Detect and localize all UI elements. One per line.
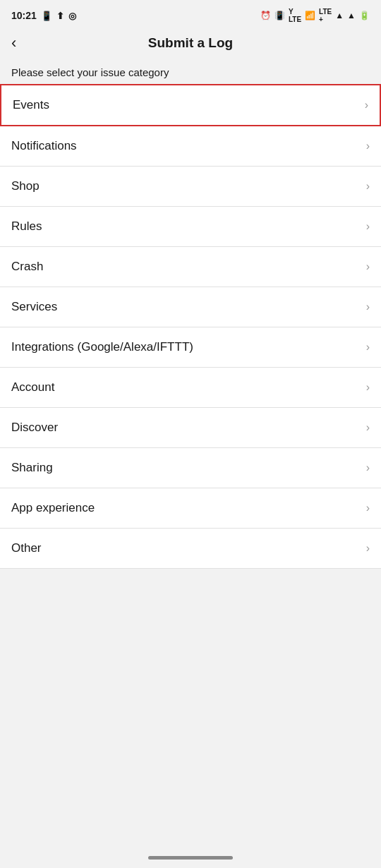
list-item-account[interactable]: Account› (0, 368, 381, 408)
categories-list: Events›Notifications›Shop›Rules›Crash›Se… (0, 84, 381, 569)
list-item-crash[interactable]: Crash› (0, 247, 381, 287)
chevron-icon-services: › (366, 301, 370, 313)
chevron-icon-discover: › (366, 421, 370, 434)
home-indicator (148, 856, 233, 860)
list-item-shop[interactable]: Shop› (0, 167, 381, 207)
list-item-label-events: Events (13, 98, 49, 112)
lte-plus-icon: LTE+ (319, 8, 332, 23)
list-item-label-rules: Rules (11, 219, 42, 234)
chevron-icon-sharing: › (366, 462, 370, 474)
chevron-icon-events: › (365, 99, 368, 111)
vibrate-icon: 📳 (274, 11, 285, 20)
list-item-sharing[interactable]: Sharing› (0, 448, 381, 488)
list-item-integrations[interactable]: Integrations (Google/Alexa/IFTTT)› (0, 327, 381, 368)
list-item-discover[interactable]: Discover› (0, 408, 381, 448)
subtitle: Please select your issue category (0, 58, 381, 84)
signal-icon: ▲ (335, 11, 344, 20)
header: ‹ Submit a Log (0, 28, 381, 58)
chevron-icon-app-experience: › (366, 502, 370, 514)
music-icon: ◎ (68, 11, 76, 21)
list-item-other[interactable]: Other› (0, 529, 381, 569)
lte-icon: YLTE (289, 8, 301, 23)
list-item-label-integrations: Integrations (Google/Alexa/IFTTT) (11, 340, 193, 354)
list-item-label-sharing: Sharing (11, 461, 53, 475)
battery-icon: 🔋 (359, 11, 370, 20)
status-left: 10:21 📱 ⬆ ◎ (11, 10, 76, 21)
page-title: Submit a Log (148, 35, 233, 51)
signal2-icon: ▲ (347, 11, 356, 20)
chevron-icon-rules: › (366, 220, 370, 233)
chevron-icon-account: › (366, 381, 370, 394)
phone-icon: 📱 (41, 11, 52, 21)
wifi-icon: 📶 (305, 11, 315, 20)
spacer (0, 569, 381, 696)
chevron-icon-notifications: › (366, 140, 370, 152)
list-item-rules[interactable]: Rules› (0, 207, 381, 247)
list-item-services[interactable]: Services› (0, 287, 381, 327)
list-item-notifications[interactable]: Notifications› (0, 126, 381, 167)
time-label: 10:21 (11, 10, 37, 21)
list-item-app-experience[interactable]: App experience› (0, 488, 381, 529)
list-item-label-app-experience: App experience (11, 501, 95, 515)
chevron-icon-crash: › (366, 260, 370, 273)
chevron-icon-other: › (366, 542, 370, 555)
chevron-icon-integrations: › (366, 341, 370, 354)
list-item-label-services: Services (11, 300, 57, 314)
list-item-label-other: Other (11, 541, 42, 555)
list-item-label-account: Account (11, 380, 54, 394)
list-item-label-crash: Crash (11, 260, 43, 274)
status-right: ⏰ 📳 YLTE 📶 LTE+ ▲ ▲ 🔋 (260, 8, 370, 23)
alarm-icon: ⏰ (260, 11, 271, 20)
list-item-label-notifications: Notifications (11, 139, 77, 153)
list-item-label-discover: Discover (11, 421, 58, 435)
list-item-events[interactable]: Events› (0, 84, 381, 126)
back-button[interactable]: ‹ (11, 35, 16, 51)
status-bar: 10:21 📱 ⬆ ◎ ⏰ 📳 YLTE 📶 LTE+ ▲ ▲ 🔋 (0, 0, 381, 28)
upload-icon: ⬆ (56, 11, 64, 21)
list-item-label-shop: Shop (11, 179, 40, 193)
chevron-icon-shop: › (366, 180, 370, 193)
